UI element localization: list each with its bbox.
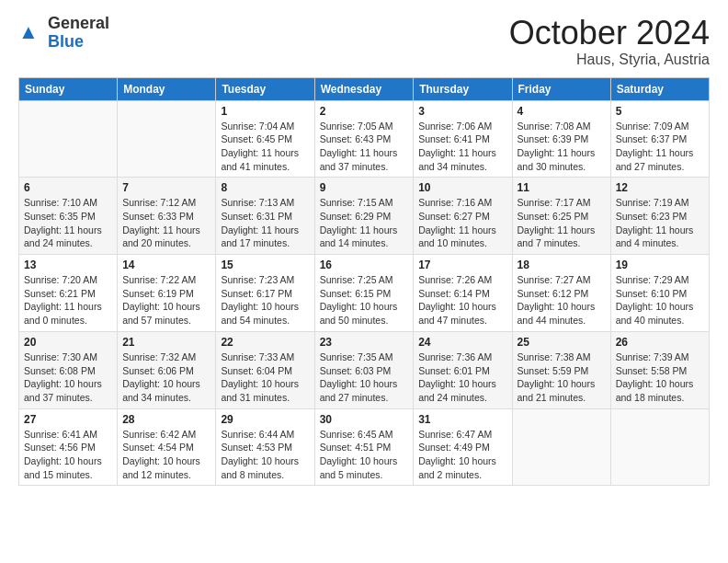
day-info: Sunrise: 7:13 AM Sunset: 6:31 PM Dayligh…	[221, 196, 309, 250]
day-number: 6	[24, 181, 112, 194]
calendar-cell	[19, 100, 118, 178]
day-number: 4	[518, 105, 606, 118]
logo: ▲ General Blue	[18, 15, 109, 52]
location: Haus, Styria, Austria	[509, 52, 710, 68]
calendar-cell: 24Sunrise: 7:36 AM Sunset: 6:01 PM Dayli…	[414, 331, 512, 408]
day-info: Sunrise: 7:35 AM Sunset: 6:03 PM Dayligh…	[320, 350, 409, 405]
calendar-cell: 8Sunrise: 7:13 AM Sunset: 6:31 PM Daylig…	[216, 178, 314, 255]
day-info: Sunrise: 6:45 AM Sunset: 4:51 PM Dayligh…	[320, 428, 409, 482]
calendar-cell: 2Sunrise: 7:05 AM Sunset: 6:43 PM Daylig…	[314, 100, 414, 178]
calendar-week-row: 20Sunrise: 7:30 AM Sunset: 6:08 PM Dayli…	[19, 331, 710, 408]
month-title: October 2024	[509, 15, 710, 52]
calendar-cell: 31Sunrise: 6:47 AM Sunset: 4:49 PM Dayli…	[414, 408, 512, 486]
calendar-cell: 13Sunrise: 7:20 AM Sunset: 6:21 PM Dayli…	[19, 255, 118, 332]
day-info: Sunrise: 6:41 AM Sunset: 4:56 PM Dayligh…	[24, 428, 112, 482]
calendar-header-tuesday: Tuesday	[216, 77, 314, 100]
page: ▲ General Blue October 2024 Haus, Styria…	[0, 0, 728, 563]
calendar-cell: 21Sunrise: 7:32 AM Sunset: 6:06 PM Dayli…	[118, 331, 216, 408]
day-info: Sunrise: 7:15 AM Sunset: 6:29 PM Dayligh…	[320, 196, 409, 250]
day-info: Sunrise: 7:05 AM Sunset: 6:43 PM Dayligh…	[320, 120, 409, 174]
day-number: 19	[616, 259, 704, 271]
calendar-cell	[118, 100, 216, 178]
calendar-cell: 20Sunrise: 7:30 AM Sunset: 6:08 PM Dayli…	[19, 331, 118, 408]
calendar-header-saturday: Saturday	[610, 77, 709, 100]
day-info: Sunrise: 7:25 AM Sunset: 6:15 PM Dayligh…	[320, 273, 409, 327]
day-number: 29	[221, 413, 309, 426]
day-number: 8	[221, 181, 309, 194]
calendar-cell: 18Sunrise: 7:27 AM Sunset: 6:12 PM Dayli…	[512, 255, 610, 332]
logo-general: General	[48, 15, 109, 33]
day-info: Sunrise: 7:19 AM Sunset: 6:23 PM Dayligh…	[616, 196, 704, 250]
day-number: 23	[320, 336, 409, 349]
day-info: Sunrise: 7:32 AM Sunset: 6:06 PM Dayligh…	[122, 350, 210, 405]
day-number: 24	[418, 336, 506, 349]
calendar-header-wednesday: Wednesday	[314, 77, 414, 100]
day-number: 31	[418, 413, 506, 426]
calendar-week-row: 1Sunrise: 7:04 AM Sunset: 6:45 PM Daylig…	[19, 100, 710, 178]
calendar-cell: 27Sunrise: 6:41 AM Sunset: 4:56 PM Dayli…	[19, 408, 118, 486]
day-info: Sunrise: 7:09 AM Sunset: 6:37 PM Dayligh…	[616, 120, 704, 174]
calendar-cell: 17Sunrise: 7:26 AM Sunset: 6:14 PM Dayli…	[414, 255, 512, 332]
calendar-cell: 3Sunrise: 7:06 AM Sunset: 6:41 PM Daylig…	[414, 100, 512, 178]
day-number: 15	[221, 259, 309, 271]
calendar-cell: 25Sunrise: 7:38 AM Sunset: 5:59 PM Dayli…	[512, 331, 610, 408]
day-number: 21	[122, 336, 210, 349]
day-info: Sunrise: 7:20 AM Sunset: 6:21 PM Dayligh…	[24, 273, 112, 327]
calendar-cell: 29Sunrise: 6:44 AM Sunset: 4:53 PM Dayli…	[216, 408, 314, 486]
day-number: 14	[122, 259, 210, 271]
title-block: October 2024 Haus, Styria, Austria	[509, 15, 710, 68]
calendar-cell: 14Sunrise: 7:22 AM Sunset: 6:19 PM Dayli…	[118, 255, 216, 332]
calendar-cell: 10Sunrise: 7:16 AM Sunset: 6:27 PM Dayli…	[414, 178, 512, 255]
calendar-cell: 9Sunrise: 7:15 AM Sunset: 6:29 PM Daylig…	[314, 178, 414, 255]
day-info: Sunrise: 7:38 AM Sunset: 5:59 PM Dayligh…	[518, 350, 606, 405]
calendar-header-friday: Friday	[512, 77, 610, 100]
calendar-cell: 6Sunrise: 7:10 AM Sunset: 6:35 PM Daylig…	[19, 178, 118, 255]
day-info: Sunrise: 7:08 AM Sunset: 6:39 PM Dayligh…	[518, 120, 606, 174]
calendar-cell: 16Sunrise: 7:25 AM Sunset: 6:15 PM Dayli…	[314, 255, 414, 332]
calendar-cell: 23Sunrise: 7:35 AM Sunset: 6:03 PM Dayli…	[314, 331, 414, 408]
day-number: 5	[616, 105, 704, 118]
day-number: 9	[320, 181, 409, 194]
calendar-cell: 7Sunrise: 7:12 AM Sunset: 6:33 PM Daylig…	[118, 178, 216, 255]
day-info: Sunrise: 7:30 AM Sunset: 6:08 PM Dayligh…	[24, 350, 112, 405]
day-number: 22	[221, 336, 309, 349]
day-number: 2	[320, 105, 409, 118]
calendar-header-row: SundayMondayTuesdayWednesdayThursdayFrid…	[19, 77, 710, 100]
calendar-week-row: 13Sunrise: 7:20 AM Sunset: 6:21 PM Dayli…	[19, 255, 710, 332]
calendar-header-thursday: Thursday	[414, 77, 512, 100]
day-info: Sunrise: 7:17 AM Sunset: 6:25 PM Dayligh…	[518, 196, 606, 250]
day-number: 20	[24, 336, 112, 349]
day-info: Sunrise: 7:27 AM Sunset: 6:12 PM Dayligh…	[518, 273, 606, 327]
header: ▲ General Blue October 2024 Haus, Styria…	[18, 15, 710, 68]
calendar-cell: 4Sunrise: 7:08 AM Sunset: 6:39 PM Daylig…	[512, 100, 610, 178]
logo-blue: Blue	[48, 33, 109, 52]
calendar-cell: 11Sunrise: 7:17 AM Sunset: 6:25 PM Dayli…	[512, 178, 610, 255]
day-number: 7	[122, 181, 210, 194]
day-number: 11	[518, 181, 606, 194]
calendar-week-row: 27Sunrise: 6:41 AM Sunset: 4:56 PM Dayli…	[19, 408, 710, 486]
day-number: 18	[518, 259, 606, 271]
day-info: Sunrise: 7:16 AM Sunset: 6:27 PM Dayligh…	[418, 196, 506, 250]
svg-text:▲: ▲	[18, 20, 39, 43]
day-number: 25	[518, 336, 606, 349]
day-number: 30	[320, 413, 409, 426]
day-info: Sunrise: 7:23 AM Sunset: 6:17 PM Dayligh…	[221, 273, 309, 327]
calendar-cell: 28Sunrise: 6:42 AM Sunset: 4:54 PM Dayli…	[118, 408, 216, 486]
day-info: Sunrise: 7:33 AM Sunset: 6:04 PM Dayligh…	[221, 350, 309, 405]
day-info: Sunrise: 6:42 AM Sunset: 4:54 PM Dayligh…	[122, 428, 210, 482]
day-number: 13	[24, 259, 112, 271]
calendar-cell: 15Sunrise: 7:23 AM Sunset: 6:17 PM Dayli…	[216, 255, 314, 332]
calendar-cell: 30Sunrise: 6:45 AM Sunset: 4:51 PM Dayli…	[314, 408, 414, 486]
day-number: 3	[418, 105, 506, 118]
day-info: Sunrise: 7:39 AM Sunset: 5:58 PM Dayligh…	[616, 350, 704, 405]
day-number: 1	[221, 105, 309, 118]
day-info: Sunrise: 7:36 AM Sunset: 6:01 PM Dayligh…	[418, 350, 506, 405]
calendar-cell: 19Sunrise: 7:29 AM Sunset: 6:10 PM Dayli…	[610, 255, 709, 332]
calendar-table: SundayMondayTuesdayWednesdayThursdayFrid…	[18, 77, 710, 487]
day-number: 26	[616, 336, 704, 349]
day-info: Sunrise: 7:06 AM Sunset: 6:41 PM Dayligh…	[418, 120, 506, 174]
calendar-cell: 26Sunrise: 7:39 AM Sunset: 5:58 PM Dayli…	[610, 331, 709, 408]
day-info: Sunrise: 7:12 AM Sunset: 6:33 PM Dayligh…	[122, 196, 210, 250]
day-number: 28	[122, 413, 210, 426]
day-number: 17	[418, 259, 506, 271]
